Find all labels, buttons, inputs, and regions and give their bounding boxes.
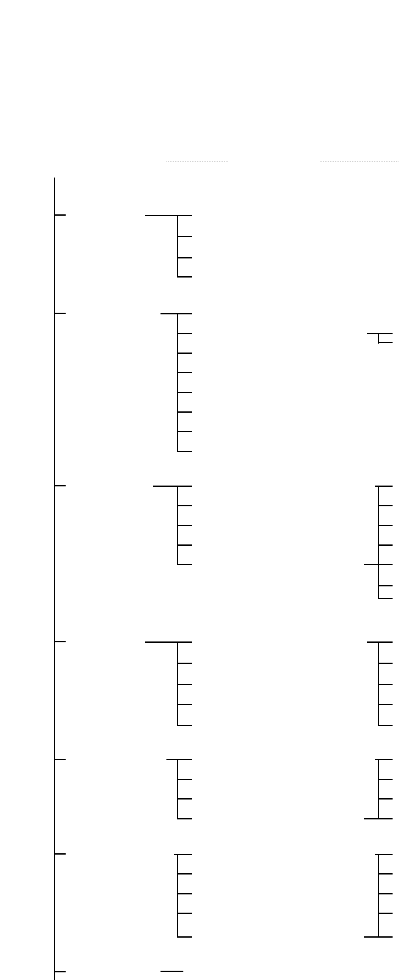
col2-bracket-stem	[378, 486, 379, 598]
col2-bracket-rung	[378, 913, 393, 914]
col1-bracket-rung	[177, 333, 192, 334]
col1-bracket-rung	[177, 913, 192, 914]
col2-bracket-top	[367, 641, 393, 643]
col1-bracket-rung	[177, 936, 192, 938]
col1-bracket-top	[160, 971, 183, 972]
col1-bracket-top	[166, 759, 192, 760]
col2-bracket-rung	[378, 798, 393, 800]
dotted-rule	[320, 161, 398, 162]
axis-tick	[54, 971, 66, 972]
col1-bracket-rung	[177, 725, 192, 726]
axis-tick	[54, 313, 66, 314]
col1-bracket-rung	[177, 505, 192, 506]
col1-bracket-stem	[177, 759, 178, 818]
col1-bracket-top	[153, 486, 192, 487]
col2-bracket-rung	[378, 525, 393, 526]
col1-bracket-rung	[177, 353, 192, 354]
col1-bracket-rung	[177, 276, 192, 278]
col1-bracket-stem	[177, 854, 178, 936]
col2-bracket-rung	[378, 684, 393, 685]
col2-bracket-rung	[364, 818, 393, 819]
col2-bracket-rung	[378, 585, 393, 586]
axis-tick	[54, 214, 66, 216]
col1-bracket-rung	[177, 704, 192, 705]
col2-bracket-rung	[378, 779, 393, 780]
axis-tick	[54, 641, 66, 642]
col2-bracket-rung	[378, 342, 393, 343]
col1-bracket-stem	[177, 215, 178, 276]
col2-bracket-rung	[364, 936, 393, 938]
col1-bracket-rung	[177, 525, 192, 526]
col1-bracket-rung	[177, 257, 192, 258]
col2-bracket-rung	[378, 725, 393, 726]
col1-bracket-rung	[177, 372, 192, 373]
col2-bracket-rung	[378, 505, 393, 506]
col1-bracket-rung	[177, 431, 192, 432]
col2-bracket-rung	[364, 564, 393, 565]
col2-bracket-top	[367, 333, 393, 334]
col1-bracket-rung	[177, 236, 192, 237]
axis-tick	[54, 853, 66, 855]
col2-bracket-stem	[378, 641, 379, 725]
col2-bracket-rung	[378, 873, 393, 875]
col2-bracket-rung	[378, 598, 393, 599]
col1-bracket-rung	[177, 873, 192, 875]
col2-bracket-rung	[378, 704, 393, 705]
left-axis	[54, 178, 55, 980]
dotted-rule	[166, 161, 228, 162]
col1-bracket-rung	[177, 544, 192, 546]
col1-bracket-rung	[177, 411, 192, 413]
col1-bracket-top	[145, 641, 192, 643]
col2-bracket-stem	[378, 854, 379, 937]
col2-bracket-rung	[378, 544, 393, 546]
col1-bracket-rung	[177, 779, 192, 780]
page-root: { "layout": { "dotted_rules": [ { "x": 3…	[0, 0, 404, 980]
col1-bracket-rung	[177, 392, 192, 393]
col1-bracket-stem	[177, 641, 178, 725]
col2-bracket-rung	[378, 893, 393, 894]
col1-bracket-rung	[177, 798, 192, 800]
axis-tick	[54, 485, 66, 486]
axis-tick	[54, 759, 66, 760]
col2-bracket-stem	[378, 759, 379, 819]
col1-bracket-rung	[177, 564, 192, 565]
col1-bracket-rung	[177, 818, 192, 819]
col1-bracket-top	[160, 313, 192, 314]
col1-bracket-rung	[177, 893, 192, 894]
col1-bracket-top	[145, 215, 192, 216]
col2-bracket-rung	[378, 663, 393, 664]
col1-bracket-rung	[177, 663, 192, 664]
col1-bracket-rung	[177, 451, 192, 452]
col1-bracket-rung	[177, 684, 192, 685]
